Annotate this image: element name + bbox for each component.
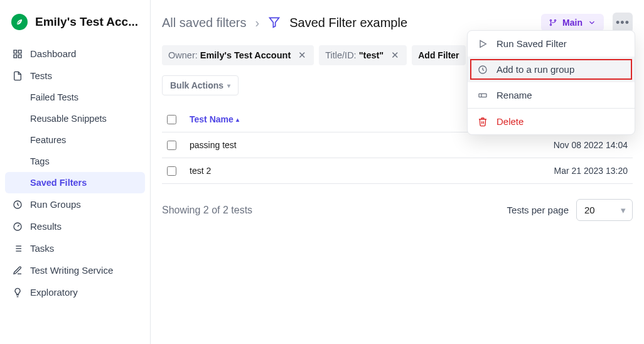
sidebar-sub-reusable-snippets[interactable]: Reusable Snippets — [5, 108, 145, 129]
menu-label: Add to a run group — [496, 64, 574, 75]
sidebar-item-label: Failed Tests — [30, 92, 78, 102]
branch-selector[interactable]: Main — [541, 14, 604, 31]
chevron-down-icon — [588, 18, 596, 27]
ellipsis-icon: ••• — [616, 16, 630, 30]
sidebar-sub-features[interactable]: Features — [5, 129, 145, 151]
chip-value: "test" — [359, 50, 384, 60]
svg-rect-2 — [14, 55, 17, 58]
branch-label: Main — [562, 18, 582, 28]
lightbulb-icon — [13, 288, 23, 298]
sidebar-item-label: Dashboard — [30, 48, 76, 59]
sidebar-sub-tags[interactable]: Tags — [5, 151, 145, 172]
grid-icon — [13, 49, 23, 59]
results-count: Showing 2 of 2 tests — [162, 205, 500, 216]
select-all-checkbox[interactable] — [167, 115, 176, 124]
trash-icon — [478, 117, 488, 127]
svg-rect-0 — [14, 50, 17, 53]
add-filter-button[interactable]: Add Filter — [412, 45, 465, 65]
menu-label: Delete — [496, 116, 523, 127]
menu-item-rename[interactable]: Rename — [468, 82, 635, 108]
sidebar: Emily's Test Acc... Dashboard Tests Fail… — [0, 0, 151, 344]
sidebar-item-test-writing-service[interactable]: Test Writing Service — [5, 259, 145, 281]
page-title: Saved Filter example — [289, 16, 407, 30]
sidebar-item-label: Results — [30, 221, 62, 232]
svg-point-14 — [550, 24, 551, 25]
per-page-select[interactable]: 20 — [576, 199, 633, 221]
bulk-label: Bulk Actions — [170, 80, 223, 90]
menu-label: Rename — [496, 90, 532, 100]
gauge-icon — [13, 222, 23, 232]
svg-marker-12 — [270, 18, 279, 27]
row-checkbox[interactable] — [167, 166, 176, 176]
sidebar-item-label: Reusable Snippets — [30, 114, 107, 124]
svg-point-13 — [550, 19, 551, 21]
chip-key: Owner: — [168, 50, 200, 60]
pencil-icon — [13, 266, 23, 276]
sidebar-item-label: Test Writing Service — [30, 265, 113, 276]
table-row[interactable]: passing test Nov 08 2022 14:04 — [162, 132, 633, 158]
svg-rect-18 — [479, 94, 486, 97]
sidebar-item-label: Saved Filters — [30, 178, 87, 188]
chip-key: Title/ID: — [325, 50, 358, 60]
rename-icon — [478, 90, 488, 100]
clock-icon — [13, 200, 23, 210]
close-icon[interactable]: ✕ — [390, 50, 400, 60]
svg-rect-3 — [18, 55, 21, 58]
chip-value: Emily's Test Account — [200, 50, 291, 60]
svg-rect-1 — [18, 50, 21, 53]
sidebar-sub-saved-filters[interactable]: Saved Filters — [5, 172, 145, 193]
list-icon — [13, 244, 23, 254]
last-edited: Mar 21 2023 13:20 — [515, 166, 628, 176]
brand-logo — [11, 14, 28, 30]
filter-icon — [268, 16, 281, 30]
svg-marker-16 — [480, 40, 486, 47]
column-header-name[interactable]: Test Name▴ — [190, 114, 239, 124]
sidebar-sub-failed-tests[interactable]: Failed Tests — [5, 87, 145, 108]
sidebar-item-tasks[interactable]: Tasks — [5, 237, 145, 259]
filter-chip-owner[interactable]: Owner: Emily's Test Account ✕ — [162, 45, 314, 65]
menu-label: Run Saved Filter — [496, 38, 567, 49]
last-edited: Nov 08 2022 14:04 — [515, 140, 628, 150]
sidebar-item-label: Features — [30, 135, 66, 145]
sidebar-item-label: Tasks — [30, 243, 54, 254]
breadcrumb-root[interactable]: All saved filters — [162, 16, 247, 30]
close-icon[interactable]: ✕ — [297, 50, 308, 60]
bulk-actions-button[interactable]: Bulk Actions ▾ — [162, 75, 239, 95]
per-page-label: Tests per page — [507, 205, 569, 215]
table-footer: Showing 2 of 2 tests Tests per page 20 — [162, 199, 633, 221]
sidebar-item-label: Tests — [30, 70, 52, 81]
file-icon — [13, 71, 23, 81]
test-name: test 2 — [190, 166, 515, 176]
account-name[interactable]: Emily's Test Acc... — [35, 15, 138, 29]
play-icon — [478, 39, 488, 49]
sort-asc-icon: ▴ — [236, 116, 239, 123]
sidebar-item-label: Exploratory — [30, 287, 78, 298]
sidebar-item-dashboard[interactable]: Dashboard — [5, 43, 145, 65]
menu-item-delete[interactable]: Delete — [468, 109, 635, 134]
chevron-right-icon: › — [255, 16, 260, 30]
main: All saved filters › Saved Filter example… — [151, 0, 644, 344]
sidebar-item-tests[interactable]: Tests — [5, 65, 145, 87]
leaf-icon — [15, 18, 24, 26]
sidebar-item-results[interactable]: Results — [5, 215, 145, 237]
svg-point-15 — [554, 19, 555, 21]
sidebar-item-label: Tags — [30, 156, 50, 166]
test-name: passing test — [190, 140, 515, 150]
chevron-down-icon: ▾ — [227, 82, 230, 89]
table-row[interactable]: test 2 Mar 21 2023 13:20 — [162, 158, 633, 184]
sidebar-item-run-groups[interactable]: Run Groups — [5, 193, 145, 215]
actions-dropdown: Run Saved Filter Add to a run group Rena… — [467, 30, 635, 135]
brand: Emily's Test Acc... — [5, 10, 145, 43]
row-checkbox[interactable] — [167, 141, 176, 150]
git-branch-icon — [549, 18, 557, 27]
sidebar-item-exploratory[interactable]: Exploratory — [5, 281, 145, 303]
clock-icon — [478, 65, 488, 75]
menu-item-add-to-run-group[interactable]: Add to a run group — [468, 56, 635, 82]
filter-chip-title[interactable]: Title/ID: "test" ✕ — [319, 45, 407, 65]
menu-item-run-saved-filter[interactable]: Run Saved Filter — [468, 31, 635, 56]
sidebar-item-label: Run Groups — [30, 199, 81, 210]
